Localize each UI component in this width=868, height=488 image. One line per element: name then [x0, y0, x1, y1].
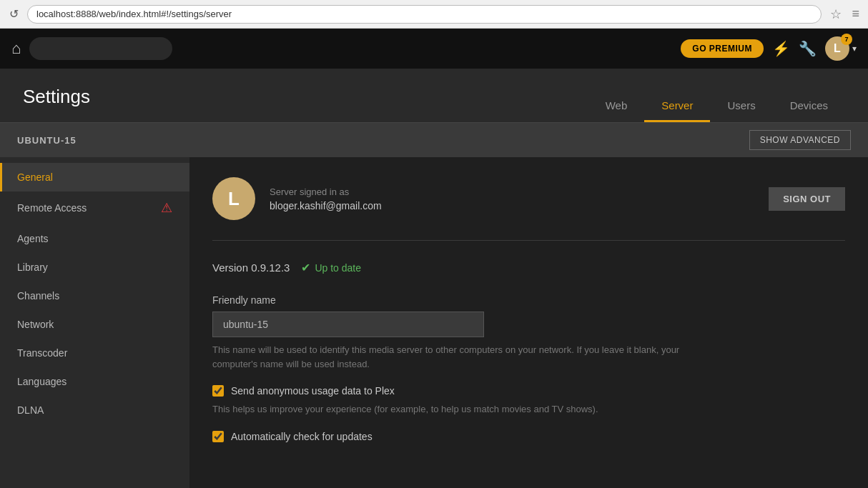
user-dropdown-arrow[interactable]: ▾	[852, 44, 857, 54]
sidebar: General Remote Access ⚠ Agents Library C…	[0, 157, 189, 488]
main-content: L Server signed in as bloger.kashif@gmai…	[189, 157, 868, 488]
address-bar[interactable]	[27, 5, 822, 24]
activity-icon[interactable]: ⚡	[772, 40, 790, 57]
sidebar-item-library[interactable]: Library	[0, 253, 189, 282]
sidebar-item-network[interactable]: Network	[0, 310, 189, 339]
go-premium-button[interactable]: GO PREMIUM	[681, 39, 764, 58]
bookmark-icon[interactable]: ☆	[827, 5, 844, 24]
menu-icon[interactable]: ≡	[849, 5, 862, 23]
send-anonymous-group: Send anonymous usage data to Plex This h…	[212, 385, 845, 417]
sidebar-item-transcoder[interactable]: Transcoder	[0, 339, 189, 367]
show-advanced-button[interactable]: SHOW ADVANCED	[749, 130, 851, 150]
signin-label: Server signed in as	[270, 186, 754, 197]
tab-users[interactable]: Users	[710, 91, 772, 122]
up-to-date-status: ✔ Up to date	[301, 261, 361, 274]
reload-button[interactable]: ↺	[6, 6, 21, 22]
settings-header: Settings Web Server Users Devices	[0, 69, 868, 123]
friendly-name-label: Friendly name	[212, 294, 845, 306]
wrench-icon[interactable]: 🔧	[799, 40, 817, 57]
sign-out-button[interactable]: SIGN OUT	[769, 187, 845, 211]
sidebar-item-agents[interactable]: Agents	[0, 224, 189, 253]
search-input[interactable]	[29, 37, 172, 60]
friendly-name-group: Friendly name This name will be used to …	[212, 294, 845, 371]
tab-web[interactable]: Web	[588, 91, 645, 122]
auto-check-updates-row: Automatically check for updates	[212, 431, 845, 442]
top-bar-right: GO PREMIUM ⚡ 🔧 L 7 ▾	[681, 36, 857, 61]
auto-check-updates-group: Automatically check for updates	[212, 431, 845, 442]
friendly-name-hint: This name will be used to identify this …	[212, 343, 713, 371]
sidebar-item-dlna[interactable]: DLNA	[0, 396, 189, 424]
version-text: Version 0.9.12.3	[212, 262, 290, 274]
send-anonymous-hint: This helps us improve your experience (f…	[212, 402, 713, 417]
friendly-name-input[interactable]	[212, 312, 484, 337]
server-name: UBUNTU-15	[17, 135, 77, 146]
server-avatar: L	[212, 177, 255, 220]
signin-info: Server signed in as bloger.kashif@gmail.…	[270, 186, 754, 211]
tab-devices[interactable]: Devices	[773, 91, 845, 122]
settings-tabs: Web Server Users Devices	[588, 91, 845, 122]
content-layout: General Remote Access ⚠ Agents Library C…	[0, 157, 868, 488]
tab-server[interactable]: Server	[644, 91, 710, 122]
signin-email: bloger.kashif@gmail.com	[270, 200, 754, 211]
browser-chrome: ↺ ☆ ≡	[0, 0, 868, 29]
checkmark-icon: ✔	[301, 261, 310, 274]
server-bar: UBUNTU-15 SHOW ADVANCED	[0, 123, 868, 157]
auto-check-updates-label: Automatically check for updates	[231, 431, 373, 442]
sidebar-item-channels[interactable]: Channels	[0, 282, 189, 310]
avatar[interactable]: L 7	[825, 36, 849, 61]
send-anonymous-row: Send anonymous usage data to Plex	[212, 385, 845, 397]
send-anonymous-checkbox[interactable]	[212, 385, 224, 397]
sidebar-item-remote-access[interactable]: Remote Access ⚠	[0, 191, 189, 224]
error-icon: ⚠	[161, 200, 172, 216]
signin-section: L Server signed in as bloger.kashif@gmai…	[212, 177, 845, 241]
page-title: Settings	[23, 86, 90, 122]
sidebar-item-general[interactable]: General	[0, 163, 189, 191]
send-anonymous-label: Send anonymous usage data to Plex	[231, 385, 395, 397]
home-button[interactable]: ⌂	[11, 39, 21, 58]
user-badge: 7	[841, 34, 852, 45]
top-bar: ⌂ GO PREMIUM ⚡ 🔧 L 7 ▾	[0, 29, 868, 69]
sidebar-item-languages[interactable]: Languages	[0, 367, 189, 396]
version-row: Version 0.9.12.3 ✔ Up to date	[212, 261, 845, 274]
auto-check-updates-checkbox[interactable]	[212, 431, 224, 442]
